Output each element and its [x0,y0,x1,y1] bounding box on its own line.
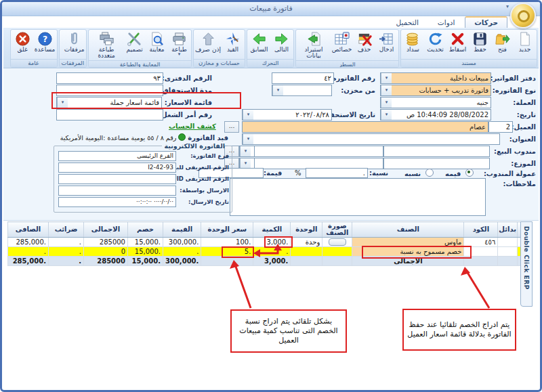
app-window: فاتورة مبيعات ▾ حركات ادوات التحميل جديد… [0,0,542,392]
date-field[interactable]: 28/08/2022 10:44:09 ص▾ [380,109,491,121]
einvoice-program-id-field[interactable]: I2-42-93 [58,162,176,173]
new-button[interactable]: جديد [514,30,536,53]
journal-entry-button[interactable]: القيد [222,30,244,53]
multi-printer-icon [99,31,114,47]
chevron-down-icon[interactable]: ▾ [240,158,251,169]
tab-movements[interactable]: حركات [465,16,507,28]
einvoice-sent-by-label: الارسال بواسطة: [180,186,229,195]
invoice-no-field[interactable]: ٤٢ [272,72,334,84]
percent-sign: % [295,169,301,178]
chevron-down-icon[interactable]: ▾ [240,146,251,156]
customer-browse-button[interactable]: ... [224,121,239,133]
attachments-button[interactable]: مرفقات [63,30,85,53]
commission-amount-label: قيمة: [264,169,282,178]
currency-select[interactable]: جنيه▾ [380,97,491,108]
chevron-down-icon[interactable]: ▾ [381,110,392,120]
print-button[interactable]: طباعة▾ [168,30,190,57]
chevron-down-icon[interactable]: ▾ [272,85,283,95]
salesman-code-field[interactable] [253,146,383,157]
insert-row-icon [379,31,394,47]
commission-percent-radio[interactable]: نسبه [404,169,434,179]
save-icon [472,31,488,47]
chevron-down-icon[interactable]: ▾ [381,97,392,108]
arrow-right-note [467,271,489,308]
save-button[interactable]: حفظ [469,30,491,53]
discard-button[interactable]: اسقاط [446,30,469,53]
previous-button[interactable]: السابق [248,30,270,53]
multi-print-button[interactable]: طباعة متعددة [89,30,123,60]
chevron-down-icon[interactable]: ▾ [243,110,253,120]
due-date-field[interactable]: ٢٠٢٢/٠٨/٢٨▾ [242,109,332,121]
help-icon: ? [37,31,53,47]
commission-value-radio[interactable]: قيمه [445,169,474,179]
design-tools-icon [127,31,142,47]
chevron-down-icon: ▾ [178,53,181,56]
group-caption: التحرك [247,59,293,67]
tab-loading[interactable]: التحميل [388,18,428,28]
refresh-button[interactable]: تحديث [424,30,446,53]
preview-button[interactable]: معاينة [146,30,168,53]
item-image-button[interactable] [329,238,346,246]
ribbon-group-line: ادخال حذف خصائص استيراد بيانات السطر [295,29,399,68]
chevron-down-icon[interactable]: ▾ [381,85,392,95]
einvoice-group: الفاتورة الالكترونية فرع الفاتورة: الفرع… [54,142,232,213]
account-statement-link[interactable]: كشف الحساب [169,123,216,130]
due-period-field[interactable] [56,85,163,96]
help-button[interactable]: ?مساعدة [34,30,56,53]
issue-voucher-button[interactable]: إذن صرف [194,30,222,53]
import-data-button[interactable]: استيراد بيانات [297,30,331,60]
arrow-left-note [235,265,251,308]
ledger-no-field[interactable]: ٩٣ [56,72,163,84]
group-caption: السطر [296,60,398,68]
ribbon-group-attachments: مرفقات المرفقات [59,29,87,68]
commission-percent-field[interactable]: . [306,168,368,178]
chevron-down-icon[interactable]: ▾ [243,134,253,144]
date-label: تاريخ: [517,110,536,121]
einvoice-branch-field[interactable]: الفرع الرئيسى [58,151,176,161]
salesman-field[interactable] [383,146,490,157]
design-button[interactable]: تصميم [123,30,146,53]
currency-label: العملة: [513,97,536,108]
entry-status-line: قيد الفاتورةرقم ٨ / ٥٥ يومية مساعدة :الي… [44,133,228,141]
tab-tools[interactable]: ادوات [429,18,463,28]
ribbon-group-accounts-stores: القيد إذن صرف حسابات و مخازن [193,29,245,68]
delete-row-button[interactable]: حذف [353,30,375,53]
row-properties-button[interactable]: خصائص [331,30,353,53]
warehouse-select[interactable]: ▾ [272,85,332,96]
customer-name-field[interactable]: عصام [242,121,488,133]
customer-code-field[interactable]: 2 [488,121,513,133]
address-select[interactable]: ▾ [242,133,500,145]
refresh-icon [428,31,443,47]
group-caption: مستند [401,59,537,67]
docked-tab-double-click-erp[interactable]: Double Click ERP [520,221,533,307]
work-order-field[interactable] [56,109,163,121]
notes-textarea[interactable] [230,178,486,216]
price-list-select[interactable]: قائمة اسعار جملة▾ [56,97,162,108]
customer-label: العميل: [511,122,536,133]
chevron-down-icon[interactable]: ▾ [381,73,392,83]
einvoice-sent-date-field[interactable]: ··:··:·· ····/··/·· [58,197,176,207]
commission-label: عمولة المندوب: [484,169,536,179]
einvoice-uuid-field[interactable] [58,174,176,184]
salesman-dropdown[interactable]: ▾ [239,146,255,157]
salesman-label: مندوب البيع: [494,146,536,157]
open-folder-icon [495,31,510,47]
distributor-field[interactable] [383,158,490,169]
invoice-no-label: رقم الفاتوره: [330,73,375,84]
title-bar: فاتورة مبيعات [2,2,540,16]
invoice-type-select[interactable]: فاتورة تدريب + حسابات▾ [380,85,491,96]
open-button[interactable]: فتح [491,30,514,53]
quick-access-chevron-icon[interactable]: ▾ [506,3,509,9]
radio-selected-icon[interactable] [465,169,474,177]
chevron-down-icon[interactable]: ▾ [57,97,68,108]
close-button[interactable]: غلق [12,30,34,53]
app-menu-orb[interactable] [510,3,536,28]
next-button[interactable]: التالى [270,30,293,53]
row-properties-icon [334,31,350,47]
radio-icon[interactable] [425,169,434,177]
import-data-icon [306,31,322,47]
einvoice-sent-by-field[interactable] [58,186,176,196]
pay-button[interactable]: سداد [402,30,424,53]
invoice-book-select[interactable]: مبيعات داخلية▾ [380,72,491,84]
insert-row-button[interactable]: ادخال [375,30,398,53]
